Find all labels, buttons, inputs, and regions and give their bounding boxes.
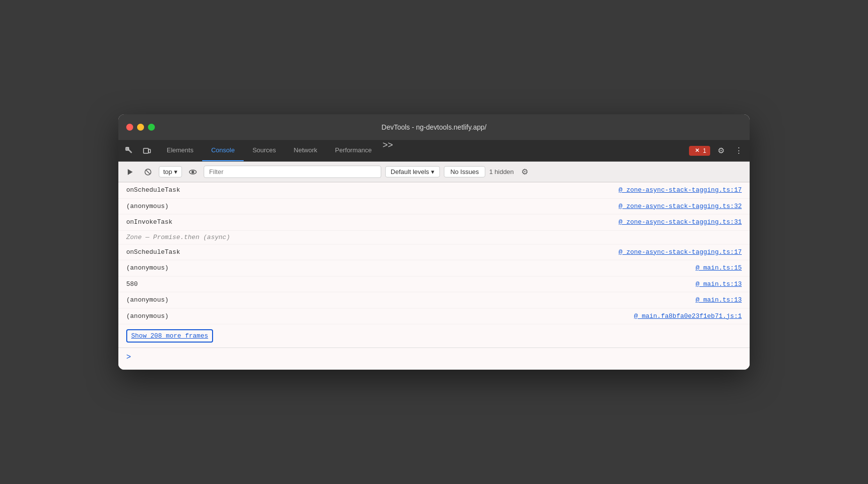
console-row: (anonymous) @ main.ts:13 <box>118 292 750 309</box>
svg-marker-3 <box>128 169 133 175</box>
titlebar: DevTools - ng-devtools.netlify.app/ <box>118 114 750 140</box>
console-prompt-row: > <box>118 348 750 367</box>
more-tabs-button[interactable]: >> <box>381 140 395 161</box>
svg-point-7 <box>192 171 194 173</box>
svg-rect-2 <box>148 149 150 153</box>
console-link[interactable]: @ zone-async-stack-tagging.ts:32 <box>618 202 742 211</box>
maximize-button[interactable] <box>148 124 155 131</box>
error-x-icon: ✕ <box>693 147 701 155</box>
tabbar: Elements Console Sources Network Perform… <box>118 140 750 162</box>
prompt-chevron-icon: > <box>126 353 131 362</box>
console-call-name: (anonymous) <box>126 311 169 321</box>
devtools-window: DevTools - ng-devtools.netlify.app/ Elem… <box>118 114 750 370</box>
tab-sources[interactable]: Sources <box>244 140 285 161</box>
console-row: onScheduleTask @ zone-async-stack-taggin… <box>118 244 750 261</box>
svg-rect-1 <box>144 148 148 153</box>
error-count: 1 <box>703 147 706 154</box>
show-frames-row: Show 208 more frames <box>118 324 750 347</box>
default-levels-label: Default levels <box>391 168 429 175</box>
console-link[interactable]: @ main.ts:13 <box>695 279 742 289</box>
tab-elements[interactable]: Elements <box>158 140 202 161</box>
console-link[interactable]: @ zone-async-stack-tagging.ts:17 <box>618 247 742 257</box>
console-settings-button[interactable]: ⚙ <box>518 165 532 179</box>
inspect-icon[interactable] <box>122 144 136 158</box>
async-separator: Zone — Promise.then (async) <box>118 231 750 244</box>
console-call-name: onScheduleTask <box>126 185 180 195</box>
console-call-name: onInvokeTask <box>126 217 173 227</box>
console-link[interactable]: @ main.ts:13 <box>695 295 742 305</box>
tabs: Elements Console Sources Network Perform… <box>158 140 685 161</box>
svg-line-5 <box>146 170 150 174</box>
more-options-button[interactable]: ⋮ <box>732 144 746 158</box>
console-call-name: 580 <box>126 279 138 289</box>
console-row: onInvokeTask @ zone-async-stack-tagging.… <box>118 214 750 231</box>
close-button[interactable] <box>126 124 133 131</box>
error-badge[interactable]: ✕ 1 <box>689 146 710 156</box>
tab-performance[interactable]: Performance <box>326 140 380 161</box>
console-toolbar: top ▾ Default levels ▾ No Issues 1 hidde… <box>118 162 750 182</box>
context-selector[interactable]: top ▾ <box>159 166 182 177</box>
tabbar-icons <box>122 144 154 158</box>
console-row: onScheduleTask @ zone-async-stack-taggin… <box>118 182 750 199</box>
console-row: (anonymous) @ main.ts:15 <box>118 260 750 277</box>
console-call-name: (anonymous) <box>126 202 169 211</box>
console-link[interactable]: @ main.ts:15 <box>695 263 742 273</box>
traffic-lights <box>126 124 155 131</box>
no-issues-button[interactable]: No Issues <box>444 166 485 177</box>
console-link[interactable]: @ zone-async-stack-tagging.ts:31 <box>618 217 742 227</box>
console-call-name: (anonymous) <box>126 263 169 273</box>
show-frames-button[interactable]: Show 208 more frames <box>126 329 213 343</box>
device-icon[interactable] <box>140 144 154 158</box>
tabbar-right: ✕ 1 ⚙ ⋮ <box>689 144 746 158</box>
console-row: (anonymous) @ zone-async-stack-tagging.t… <box>118 199 750 215</box>
window-title: DevTools - ng-devtools.netlify.app/ <box>382 123 487 131</box>
console-row: (anonymous) @ main.fa8bfa0e23f1eb71.js:1 <box>118 309 750 325</box>
console-link[interactable]: @ zone-async-stack-tagging.ts:17 <box>618 185 742 195</box>
console-call-name: (anonymous) <box>126 295 169 305</box>
default-levels-dropdown[interactable]: Default levels ▾ <box>385 166 440 177</box>
tab-console[interactable]: Console <box>202 140 244 161</box>
minimize-button[interactable] <box>137 124 144 131</box>
console-row: 580 @ main.ts:13 <box>118 277 750 293</box>
clear-console-button[interactable] <box>141 165 155 179</box>
run-script-button[interactable] <box>123 165 137 179</box>
levels-chevron-icon: ▾ <box>431 168 434 175</box>
hidden-count: 1 hidden <box>489 168 514 175</box>
console-link[interactable]: @ main.fa8bfa0e23f1eb71.js:1 <box>634 311 742 321</box>
tab-network[interactable]: Network <box>285 140 326 161</box>
context-label: top <box>163 168 172 175</box>
console-call-name: onScheduleTask <box>126 247 180 257</box>
no-issues-label: No Issues <box>450 168 479 175</box>
dropdown-chevron-icon: ▾ <box>174 168 178 175</box>
settings-button[interactable]: ⚙ <box>714 144 728 158</box>
eye-button[interactable] <box>186 165 200 179</box>
console-content: onScheduleTask @ zone-async-stack-taggin… <box>118 182 750 370</box>
filter-input[interactable] <box>204 166 381 178</box>
console-input[interactable] <box>135 354 742 361</box>
